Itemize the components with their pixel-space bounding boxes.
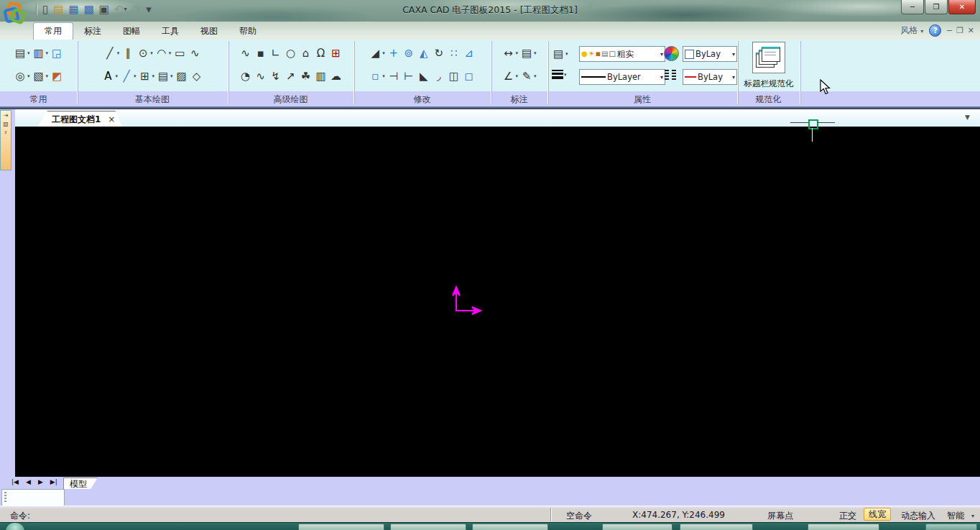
first-sheet-button[interactable]: |◀ (11, 478, 19, 485)
dock-hatch-tool-icon[interactable]: ▧ (3, 121, 9, 127)
palette-button[interactable]: ◩ (50, 69, 63, 83)
axis-button[interactable]: ∟ (269, 46, 282, 60)
mirror-button[interactable]: ◭ (417, 46, 430, 60)
undo-icon[interactable]: ↶▾ (114, 3, 127, 16)
doc-minimize-button[interactable]: ─ (947, 26, 952, 35)
curve-button[interactable]: ∿ (239, 46, 252, 60)
extend-button[interactable]: ⊢ (402, 69, 415, 83)
taskbar-button[interactable] (298, 524, 384, 530)
drawing-canvas[interactable] (15, 127, 980, 477)
doc-restore-button[interactable]: ❐ (956, 26, 963, 35)
command-window[interactable] (1, 489, 65, 506)
delete-button[interactable]: ◢▾ (369, 46, 385, 60)
document-tab[interactable]: 工程图文档1 × (37, 111, 122, 127)
next-sheet-button[interactable]: ▶ (38, 478, 43, 485)
paragraph-text-button[interactable]: ▤▾ (157, 69, 173, 83)
ortho-toggle[interactable]: 正交 (839, 510, 856, 522)
windows-taskbar[interactable] (0, 522, 980, 530)
dimension-button[interactable]: ↔▾ (501, 46, 518, 60)
format-painter-button[interactable]: ▧▾ (32, 69, 49, 83)
zigzag-line-button[interactable]: ↯ (269, 69, 282, 83)
dropdown-icon[interactable]: ▾ (117, 50, 120, 56)
dropdown-icon[interactable]: ▾ (46, 50, 49, 56)
dock-text-tool-icon[interactable]: ⇥ (4, 112, 9, 119)
fillet-button[interactable]: ◞ (433, 69, 445, 83)
point-button[interactable]: ▪ (254, 46, 267, 60)
text-button[interactable]: A▾ (101, 69, 118, 83)
move-button[interactable]: + (387, 46, 400, 60)
dropdown-icon[interactable]: ▾ (27, 50, 30, 56)
trim-button[interactable]: ⊣ (387, 69, 400, 83)
menu-tab-标注[interactable]: 标注 (73, 22, 112, 40)
cloud-line-button[interactable]: ☁ (330, 69, 343, 83)
dropdown-icon[interactable]: ▾ (150, 50, 153, 56)
polygon-button[interactable]: ⌂ (300, 46, 313, 60)
linestyle-button[interactable] (665, 70, 676, 80)
color-combobox[interactable]: ByLay ▾ (683, 46, 737, 62)
copy-button[interactable]: ▥▾ (32, 46, 49, 60)
save-icon[interactable]: ▦ (68, 3, 78, 16)
zoom-button[interactable]: ◎▾ (14, 69, 30, 83)
dropdown-icon[interactable]: ▾ (534, 50, 537, 56)
print-icon[interactable]: ▣ (99, 3, 109, 16)
block-button[interactable]: ⊞▾ (139, 69, 155, 83)
circle-button[interactable]: ⊙▾ (137, 46, 153, 60)
taskbar-button[interactable] (680, 524, 753, 530)
offset-copy-button[interactable]: ⊚ (402, 46, 415, 60)
dropdown-icon[interactable]: ▾ (27, 73, 30, 79)
design-center-button[interactable]: ◲ (50, 46, 63, 60)
dropdown-icon[interactable]: ▾ (382, 73, 385, 79)
start-orb-icon[interactable] (6, 523, 24, 530)
taskbar-button[interactable] (602, 524, 672, 530)
formula-curve-button[interactable]: Ω (315, 46, 328, 60)
linetype-combobox[interactable]: ByLayer ▾ (579, 69, 665, 85)
qat-overflow-icon[interactable]: ▾ (146, 3, 152, 16)
doc-close-button[interactable]: ✕ (968, 26, 974, 35)
scale-button[interactable]: ⊿ (463, 46, 476, 60)
linewidth-button[interactable]: ▾ (552, 70, 567, 79)
redo-icon[interactable]: ↷ (132, 3, 142, 16)
array-button[interactable]: ∷ (448, 46, 461, 60)
dynamic-input-toggle[interactable]: 动态输入 (901, 510, 935, 522)
stretch-button[interactable]: ▫▾ (369, 69, 385, 83)
menu-tab-视图[interactable]: 视图 (190, 22, 228, 40)
dropdown-icon[interactable]: ▾ (115, 73, 118, 79)
save-all-icon[interactable]: ▩ (84, 3, 94, 16)
edit-dim-button[interactable]: ✎▾ (520, 69, 537, 83)
help-icon[interactable]: ? (929, 24, 941, 37)
status-screen-point[interactable]: 屏幕点 (767, 510, 793, 522)
break-button[interactable]: ◻ (463, 69, 476, 83)
datum-button[interactable]: ▤▾ (520, 46, 537, 60)
restore-button[interactable]: ❐ (925, 0, 948, 14)
taskbar-button[interactable] (390, 524, 466, 530)
rectangle-button[interactable]: ▭ (173, 46, 186, 60)
chamfer-button[interactable]: ◣ (417, 69, 430, 83)
dropdown-icon[interactable]: ▾ (170, 73, 173, 79)
minimize-button[interactable]: ─ (901, 0, 924, 14)
parallel-line-button[interactable]: ∥ (121, 46, 134, 60)
table-button[interactable]: ⊞ (330, 46, 343, 60)
dropdown-icon[interactable]: ▾ (534, 73, 537, 79)
dropdown-icon[interactable]: ▾ (169, 50, 172, 56)
dock-grid-tool-icon[interactable]: ♯ (4, 129, 7, 136)
dropdown-icon[interactable]: ▾ (124, 3, 127, 16)
arrow-button[interactable]: ↗ (285, 69, 297, 83)
menu-tab-图幅[interactable]: 图幅 (112, 22, 151, 40)
taskbar-tray[interactable] (925, 524, 977, 530)
wave-line-button[interactable]: ∿ (254, 69, 267, 83)
rotate-button[interactable]: ↻ (433, 46, 445, 60)
dropdown-icon[interactable]: ▾ (46, 73, 49, 79)
smart-dd-icon[interactable]: ▾ (971, 513, 974, 519)
smart-snap-selector[interactable]: 智能 (947, 510, 964, 522)
docked-mini-toolbar[interactable]: ⇥▧♯ (0, 110, 11, 170)
close-button[interactable]: ✕ (948, 0, 976, 14)
new-file-icon[interactable]: ▯ (42, 3, 48, 16)
region-button[interactable]: ◇ (190, 69, 203, 83)
paste-button[interactable]: ▤▾ (14, 46, 30, 60)
dropdown-icon[interactable]: ▾ (382, 50, 385, 56)
line-button[interactable]: ╱▾ (103, 46, 120, 60)
menu-tab-常用[interactable]: 常用 (33, 22, 73, 40)
layers-button[interactable]: ▤▾ (552, 47, 568, 61)
dropdown-icon[interactable]: ▾ (152, 73, 155, 79)
dropdown-icon[interactable]: ▾ (515, 50, 518, 56)
